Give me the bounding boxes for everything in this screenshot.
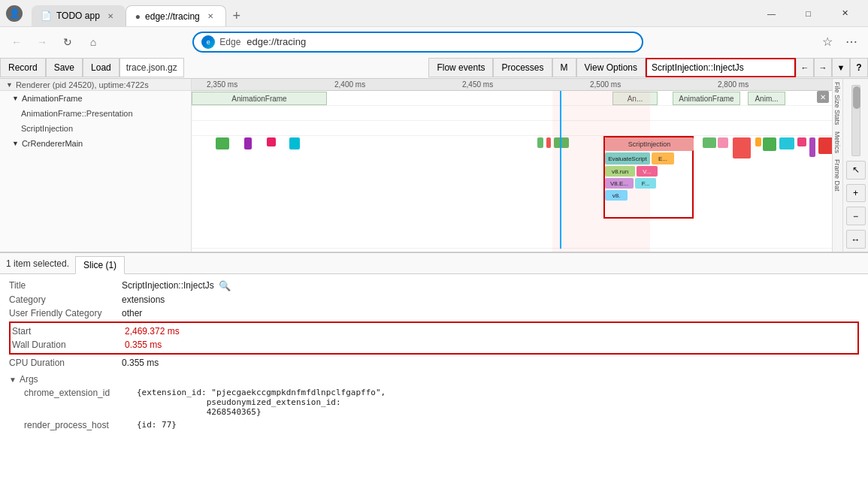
timeline-left-panel: ▼ Renderer (pid 24520), uptime:4722s ▼ A… <box>0 79 192 252</box>
cpu-duration-label: CPU Duration <box>9 358 122 368</box>
start-label: Start <box>12 326 125 337</box>
load-button[interactable]: Load <box>83 58 119 77</box>
cr-renderer-label: CrRendererMain <box>22 139 83 148</box>
script-injection-highlight-box[interactable]: ScriptInjection EvaluateScript E... v8.r… <box>603 136 694 219</box>
close-button[interactable]: ✕ <box>828 2 862 26</box>
edge-label: Edge <box>219 37 240 47</box>
cr-block-pink1[interactable] <box>267 137 276 146</box>
cr-block-green2[interactable] <box>537 137 543 148</box>
cr-block-purple1[interactable] <box>244 137 252 149</box>
start-row: Start 2,469.372 ms <box>12 325 856 338</box>
cr-block-green3[interactable] <box>554 137 569 148</box>
bottom-panel: 1 item selected. Slice (1) Title ScriptI… <box>0 252 868 483</box>
metrics-label[interactable]: Metrics <box>833 128 842 156</box>
script-injection-track[interactable] <box>192 121 832 136</box>
search-more-button[interactable]: ▼ <box>832 58 850 77</box>
cr-block-green5[interactable] <box>763 137 776 151</box>
cr-block-orange1[interactable] <box>755 137 761 146</box>
favorites-button[interactable]: ☆ <box>817 32 838 53</box>
search-prev-button[interactable]: ← <box>796 58 814 77</box>
tab-tracing-label: edge://tracing <box>145 11 200 22</box>
minimize-button[interactable]: — <box>755 2 788 26</box>
tab-todo-favicon: 📄 <box>41 11 52 21</box>
v8-block2[interactable]: v8. <box>605 190 628 201</box>
cr-block-teal1[interactable] <box>289 137 300 149</box>
panel-tabs: 1 item selected. Slice (1) <box>0 253 868 274</box>
view-options-button[interactable]: View Options <box>576 58 646 77</box>
vscrollbar-thumb[interactable] <box>853 86 860 109</box>
tab-todo-close[interactable]: ✕ <box>104 10 116 22</box>
cr-block-teal2[interactable] <box>779 137 794 149</box>
script-injection-block[interactable]: ScriptInjection <box>605 137 694 151</box>
toolbar-right: Flow events Processes M View Options Scr… <box>428 58 868 77</box>
file-size-stats-label[interactable]: File Size Stats <box>833 79 842 128</box>
search-nav: ← → ▼ ? <box>796 58 868 77</box>
cr-block-green4[interactable] <box>703 137 716 148</box>
processes-button[interactable]: Processes <box>493 58 552 77</box>
zoom-in-tool[interactable]: + <box>846 184 866 203</box>
search-help-button[interactable]: ? <box>850 58 868 77</box>
flow-events-button[interactable]: Flow events <box>428 58 493 77</box>
search-box[interactable]: ScriptInjection::InjectJs <box>646 58 796 77</box>
panel-content: Title ScriptInjection::InjectJs 🔍 Catego… <box>0 274 868 436</box>
vscrollbar[interactable] <box>851 85 860 156</box>
evaluate-script-block[interactable]: EvaluateScript <box>605 152 650 165</box>
wall-duration-value: 0.355 ms <box>125 340 162 350</box>
frame-dat-label[interactable]: Frame Dat <box>833 156 842 195</box>
args-header-row: ▼ Args <box>9 373 859 386</box>
anim-frame-track[interactable]: AnimationFrame An... AnimationFrame Anim… <box>192 91 832 106</box>
cr-block-red2[interactable] <box>733 137 751 158</box>
user-friendly-label: User Friendly Category <box>9 308 122 318</box>
renderer-arrow: ▼ <box>6 81 13 89</box>
tab-tracing[interactable]: ● edge://tracing ✕ <box>126 5 226 26</box>
cr-arrow: ▼ <box>12 140 19 147</box>
v8e-block[interactable]: V8.E... <box>605 178 634 189</box>
save-button[interactable]: Save <box>46 58 83 77</box>
title-field-value: ScriptInjection::InjectJs <box>122 280 214 291</box>
ms-label-3: 2,450 ms <box>462 80 493 89</box>
anim-frame-row[interactable]: ▼ AnimationFrame <box>0 91 191 106</box>
timeline-close-button[interactable]: ✕ <box>817 91 829 103</box>
forward-button[interactable]: → <box>32 32 53 53</box>
url-bar[interactable]: e Edge edge://tracing <box>192 32 643 53</box>
cr-block-pink3[interactable] <box>797 137 806 146</box>
search-next-button[interactable]: → <box>814 58 832 77</box>
browser-chrome: 👤 📄 TODO app ✕ ● edge://tracing ✕ + — □ … <box>0 0 868 79</box>
wall-duration-label: Wall Duration <box>12 340 125 350</box>
cr-block-pink2[interactable] <box>718 137 728 148</box>
slice-tab[interactable]: Slice (1) <box>75 256 125 274</box>
zoom-out-tool[interactable]: − <box>846 207 866 225</box>
tab-tracing-close[interactable]: ✕ <box>204 11 216 23</box>
ms-label-2: 2,400 ms <box>334 80 365 89</box>
reload-button[interactable]: ↻ <box>57 32 78 53</box>
args-section: ▼ Args chrome_extension_id {extension_id… <box>9 373 859 432</box>
tab-todo[interactable]: 📄 TODO app ✕ <box>32 5 126 26</box>
maximize-button[interactable]: □ <box>791 2 825 26</box>
record-button[interactable]: Record <box>0 58 46 77</box>
search-link-icon[interactable]: 🔍 <box>219 280 231 291</box>
cr-block-green1[interactable] <box>216 137 229 149</box>
settings-button[interactable]: ⋯ <box>841 32 862 53</box>
cr-block-red1[interactable] <box>546 137 551 148</box>
v8-run-block[interactable]: v8.run <box>605 166 635 177</box>
v-block[interactable]: V... <box>637 166 658 177</box>
cr-block-purple2[interactable] <box>809 137 815 157</box>
e-block[interactable]: E... <box>652 152 674 165</box>
fit-tool[interactable]: ↔ <box>846 230 866 249</box>
m-button[interactable]: M <box>552 58 576 77</box>
pointer-tool[interactable]: ↖ <box>846 161 866 180</box>
home-button[interactable]: ⌂ <box>83 32 104 53</box>
wall-duration-row: Wall Duration 0.355 ms <box>12 338 856 352</box>
cpu-duration-row: CPU Duration 0.355 ms <box>9 356 859 370</box>
renderer-label: Renderer (pid 24520), uptime:4722s <box>16 80 149 89</box>
cr-block-red3[interactable] <box>818 137 832 154</box>
anim-presentation-track[interactable] <box>192 106 832 121</box>
back-button[interactable]: ← <box>6 32 27 53</box>
search-value: ScriptInjection::InjectJs <box>652 62 744 73</box>
cr-renderer-row[interactable]: ▼ CrRendererMain <box>0 136 191 151</box>
f-block[interactable]: F... <box>635 178 656 189</box>
new-tab-button[interactable]: + <box>226 5 247 26</box>
cr-renderer-track[interactable]: ScriptInjection EvaluateScript E... v8.r… <box>192 136 832 249</box>
profile-icon[interactable]: 👤 <box>6 5 23 22</box>
args-arrow[interactable]: ▼ <box>9 376 17 384</box>
